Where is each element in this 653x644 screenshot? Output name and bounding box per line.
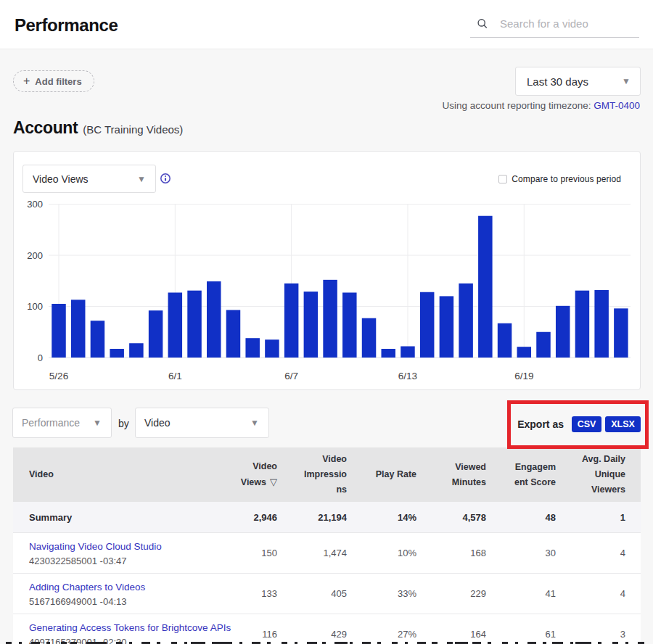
chart-card: Video Views ▼ Compare to previous period… (13, 151, 641, 390)
account-heading: Account (13, 118, 78, 138)
column-header-videoimpressions: VideoImpressions (277, 452, 347, 498)
summary-value: 2,946 (207, 512, 277, 523)
plus-icon: + (23, 75, 30, 87)
add-filters-button[interactable]: + Add filters (13, 70, 94, 92)
svg-text:6/19: 6/19 (514, 371, 533, 381)
date-range-value: Last 30 days (527, 75, 588, 88)
page-title: Performance (15, 15, 118, 36)
metric-value: 4 (556, 588, 641, 599)
column-header-videoviews[interactable]: VideoViews▽ (207, 459, 277, 490)
metric-value: 168 (416, 548, 486, 558)
metric-value: 405 (277, 588, 347, 599)
video-title-link[interactable]: Navigating Video Cloud Studio (29, 541, 162, 552)
column-header-play-rate: Play Rate (347, 467, 416, 482)
column-header-avg-dailyuniqueviewers: Avg. DailyUniqueViewers (556, 452, 641, 498)
svg-text:6/7: 6/7 (284, 371, 298, 381)
summary-value: 21,194 (277, 512, 347, 523)
metric-value: 1,474 (277, 548, 347, 558)
search-input[interactable] (470, 9, 639, 37)
metric-value: 116 (207, 629, 277, 640)
export-group: Export as CSV XLSX (517, 416, 641, 432)
video-cell: Navigating Video Cloud Studio42303225850… (13, 540, 207, 566)
video-id: 5167166949001 -04:13 (29, 596, 207, 607)
chevron-down-icon: ▼ (250, 418, 259, 428)
svg-text:200: 200 (27, 250, 43, 261)
metric-value: 61 (486, 629, 556, 640)
summary-value: 14% (347, 512, 416, 523)
chevron-down-icon: ▼ (622, 76, 631, 86)
metric-value: 10% (347, 548, 416, 558)
video-views-bar-chart: 01002003005/266/16/76/136/19 (14, 152, 641, 389)
metric-value: 150 (207, 548, 277, 558)
svg-text:0: 0 (38, 352, 43, 363)
entity-select-value: Video (144, 417, 171, 429)
export-as-label: Export as (517, 418, 564, 430)
metric-value: 3 (556, 629, 641, 640)
metric-value: 429 (277, 629, 347, 640)
metric-value: 164 (416, 629, 486, 640)
metric-value: 229 (416, 588, 486, 599)
timezone-link[interactable]: GMT-0400 (594, 100, 640, 111)
video-cell: Adding Chapters to Videos5167166949001 -… (13, 580, 207, 607)
svg-text:6/1: 6/1 (168, 371, 182, 381)
metric-value: 30 (486, 548, 556, 558)
chevron-down-icon: ▼ (93, 418, 102, 428)
metric-value: 41 (486, 588, 556, 599)
metric-value: 27% (347, 629, 416, 640)
export-xlsx-button[interactable]: XLSX (605, 416, 641, 432)
table-header-row: VideoVideoViews▽VideoImpressionsPlay Rat… (13, 447, 641, 502)
summary-row: Summary2,94621,19414%4,578481 (13, 502, 641, 532)
timezone-label: Using account reporting timezone: (443, 100, 594, 111)
metric-value: 33% (347, 588, 416, 599)
table-row: Generating Access Tokens for Brightcove … (13, 614, 641, 644)
video-cell: Generating Access Tokens for Brightcove … (13, 621, 207, 644)
dimension-select[interactable]: Performance ▼ (12, 408, 112, 438)
svg-text:300: 300 (27, 199, 43, 210)
metric-value: 4 (556, 548, 641, 558)
column-header-engagement-score: Engagement Score (486, 460, 556, 490)
column-header-viewedminutes: ViewedMinutes (416, 460, 486, 490)
top-bar: Performance (0, 0, 653, 49)
metric-value: 133 (207, 588, 277, 599)
video-search (470, 9, 639, 38)
account-subheading: (BC Training Videos) (83, 123, 183, 136)
video-id: 4230322585001 -03:47 (29, 556, 207, 566)
dimension-select-value: Performance (22, 417, 80, 429)
export-csv-button[interactable]: CSV (572, 416, 601, 432)
add-filters-label: Add filters (35, 76, 81, 87)
column-header-video: Video (13, 467, 207, 482)
performance-table: VideoVideoViews▽VideoImpressionsPlay Rat… (13, 447, 641, 644)
video-title-link[interactable]: Generating Access Tokens for Brightcove … (29, 622, 231, 633)
summary-value: 48 (486, 512, 556, 523)
account-heading-row: Account (BC Training Videos) (13, 118, 183, 138)
summary-value: 1 (556, 512, 641, 523)
clipped-content-edge (6, 642, 644, 644)
entity-select[interactable]: Video ▼ (135, 408, 269, 438)
sort-descending-icon[interactable]: ▽ (270, 476, 277, 487)
video-title-link[interactable]: Adding Chapters to Videos (29, 582, 145, 593)
summary-label: Summary (13, 512, 207, 523)
table-row: Navigating Video Cloud Studio42303225850… (13, 532, 641, 573)
table-row: Adding Chapters to Videos5167166949001 -… (13, 573, 641, 614)
timezone-note: Using account reporting timezone: GMT-04… (443, 100, 640, 111)
svg-text:100: 100 (27, 301, 43, 312)
svg-text:6/13: 6/13 (398, 371, 417, 381)
summary-value: 4,578 (416, 512, 486, 523)
date-range-select[interactable]: Last 30 days ▼ (515, 67, 641, 96)
svg-text:5/26: 5/26 (49, 371, 68, 381)
by-label: by (118, 418, 129, 429)
